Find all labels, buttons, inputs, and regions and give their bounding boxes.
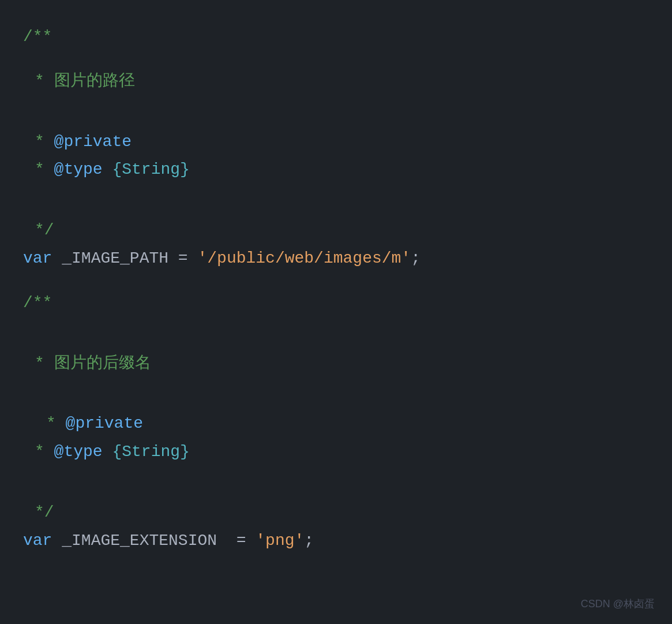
- spacer: [0, 112, 672, 128]
- code-line: */: [0, 499, 672, 527]
- spacer: [0, 483, 672, 499]
- spacer: [0, 200, 672, 216]
- type-value: {String}: [112, 157, 189, 183]
- code-line: */: [0, 216, 672, 245]
- annotation-private-2: @private: [66, 411, 143, 437]
- operator-equals: =: [178, 246, 188, 272]
- code-line: /**: [0, 23, 672, 51]
- code-line: * @private: [0, 128, 672, 156]
- comment-star-3: *: [35, 439, 54, 465]
- code-line: * 图片的后缀名: [0, 350, 672, 378]
- annotation-type-2: @type: [54, 439, 112, 465]
- comment-close-2: */: [35, 500, 54, 526]
- code-editor: /** * 图片的路径 * @private * @type {String} …: [0, 0, 672, 624]
- code-line: * 图片的路径: [0, 68, 672, 96]
- string-value-2: 'png': [256, 528, 304, 554]
- comment-star: *: [35, 157, 54, 183]
- var-image-path: _IMAGE_PATH: [52, 246, 178, 272]
- spacer: [0, 273, 672, 289]
- code-line: /**: [0, 289, 672, 317]
- type-value-2: {String}: [112, 439, 189, 465]
- comment-text: /**: [23, 24, 52, 50]
- keyword-var-2: var: [23, 528, 52, 554]
- watermark: CSDN @林卤蛋: [581, 596, 655, 612]
- code-line: * @type {String}: [0, 156, 672, 184]
- comment-close: */: [35, 218, 54, 244]
- spacer: [0, 334, 672, 350]
- code-line: var _IMAGE_PATH = '/public/web/images/m'…: [0, 245, 672, 273]
- comment-star-2: *: [46, 411, 66, 437]
- string-value: '/public/web/images/m': [197, 246, 411, 272]
- code-line: * @private: [0, 410, 672, 438]
- spacer: [0, 51, 672, 68]
- annotation-type: @type: [54, 157, 112, 183]
- code-line: var _IMAGE_EXTENSION = 'png';: [0, 527, 672, 555]
- operator-equals-2: =: [227, 528, 256, 554]
- code-line: * @type {String}: [0, 438, 672, 466]
- spacer: [0, 466, 672, 483]
- comment-star: *: [35, 129, 54, 155]
- spacer: [0, 184, 672, 200]
- comment-description: * 图片的路径: [35, 69, 135, 95]
- comment-description-2: * 图片的后缀名: [35, 351, 151, 377]
- spacer: [0, 317, 672, 334]
- keyword-var: var: [23, 246, 52, 272]
- spacer: [0, 394, 672, 410]
- spacer: [0, 96, 672, 112]
- annotation-private: @private: [54, 129, 132, 155]
- comment-open-2: /**: [23, 290, 52, 316]
- var-image-ext: _IMAGE_EXTENSION: [52, 528, 226, 554]
- spacer: [0, 378, 672, 394]
